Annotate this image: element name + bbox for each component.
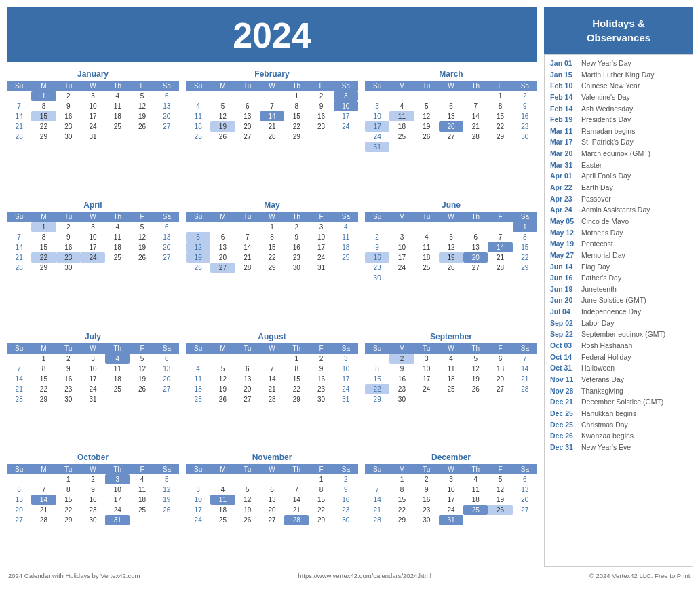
month-june: June SuMTuWThFSa 1 234567 (365, 200, 537, 324)
holiday-item: May 19Pentecost (550, 240, 687, 249)
holiday-item: Apr 22Earth Day (550, 183, 687, 193)
holiday-date: Nov 28 (550, 387, 579, 396)
holiday-name: December Solstice (GMT) (581, 398, 663, 407)
holiday-name: Ash Wednesday (581, 104, 633, 114)
footer: 2024 Calendar with Holidays by Vertex42.… (7, 569, 693, 582)
month-april: April SuMTuWThFSa 1 2345 6 (7, 200, 179, 324)
holiday-date: Jan 15 (550, 71, 579, 80)
top-section: 2024 January SuMTuWThFSa 1 2345 (7, 7, 693, 567)
holiday-date: Apr 01 (550, 172, 579, 181)
month-title-april: April (7, 200, 179, 210)
holiday-date: Mar 11 (550, 127, 579, 136)
holiday-date: Oct 14 (550, 353, 579, 362)
month-title-may: May (186, 200, 358, 210)
holiday-date: May 12 (550, 229, 579, 238)
holiday-item: Apr 24Admin Assistants Day (550, 206, 687, 215)
month-title-march: March (365, 69, 537, 79)
holiday-date: Jun 14 (550, 263, 579, 272)
holiday-name: Memorial Day (581, 251, 625, 261)
holiday-item: Apr 01April Fool's Day (550, 172, 687, 181)
holiday-date: Dec 25 (550, 409, 579, 419)
holiday-name: Kwanzaa begins (581, 432, 634, 441)
month-july: July SuMTuWThFSa 123 4 5 6 (7, 332, 179, 446)
holiday-item: Feb 10Chinese New Year (550, 81, 687, 91)
holiday-name: Hanukkah begins (581, 409, 636, 419)
holiday-item: Feb 19President's Day (550, 115, 687, 125)
holiday-item: Jun 16Father's Day (550, 273, 687, 283)
month-title-september: September (365, 332, 537, 341)
month-october: October SuMTuWThFSa 12 3 4 5 (7, 453, 179, 567)
holiday-date: Dec 31 (550, 443, 579, 453)
holiday-item: Dec 26Kwanzaa begins (550, 432, 687, 441)
holiday-name: Valentine's Day (581, 93, 630, 102)
holiday-date: Dec 25 (550, 421, 579, 430)
footer-copyright: © 2024 Vertex42 LLC. Free to Print. (589, 572, 692, 580)
holiday-name: Chinese New Year (581, 81, 640, 91)
holiday-name: Ramadan begins (581, 127, 635, 136)
holiday-name: Pentecost (581, 240, 613, 249)
holiday-date: Apr 23 (550, 195, 579, 204)
holiday-name: Labor Day (581, 319, 614, 328)
holiday-date: Feb 14 (550, 104, 579, 114)
holiday-name: September equinox (GMT) (581, 330, 665, 339)
holiday-item: Dec 21December Solstice (GMT) (550, 398, 687, 407)
holiday-item: Dec 25Christmas Day (550, 421, 687, 430)
holiday-name: New Year's Eve (581, 443, 631, 453)
holiday-item: May 12Mother's Day (550, 229, 687, 238)
month-title-february: February (186, 69, 358, 79)
holiday-name: Federal Holiday (581, 353, 631, 362)
holiday-item: Jul 04Independence Day (550, 307, 687, 317)
holiday-name: President's Day (581, 115, 631, 125)
holiday-date: Mar 17 (550, 138, 579, 147)
holiday-date: Jun 16 (550, 273, 579, 283)
holiday-date: Apr 24 (550, 206, 579, 215)
holiday-date: Oct 03 (550, 341, 579, 351)
holiday-name: Father's Day (581, 273, 621, 283)
holiday-item: Oct 31Halloween (550, 364, 687, 373)
month-august: August SuMTuWThFSa 12 3 456789 (186, 332, 358, 446)
holiday-name: Christmas Day (581, 421, 628, 430)
holiday-name: Halloween (581, 364, 615, 373)
holiday-date: Feb 19 (550, 115, 579, 125)
holiday-date: Feb 10 (550, 81, 579, 91)
holiday-name: Independence Day (581, 307, 641, 317)
holiday-item: Apr 23Passover (550, 195, 687, 204)
holiday-name: Passover (581, 195, 611, 204)
holiday-date: May 05 (550, 217, 579, 227)
month-february: February SuMTuWThFSa 12 3 456789 (186, 69, 358, 193)
holidays-panel: Holidays &Observances Jan 01New Year's D… (544, 7, 693, 567)
holiday-item: Oct 14Federal Holiday (550, 353, 687, 362)
month-march: March SuMTuWThFSa 1 2 345678 (365, 69, 537, 193)
month-title-june: June (365, 200, 537, 210)
year-header: 2024 (7, 7, 537, 62)
holiday-item: Dec 25Hanukkah begins (550, 409, 687, 419)
month-november: November SuMTuWThFSa 1 2 345678 (186, 453, 358, 567)
holiday-name: Admin Assistants Day (581, 206, 650, 215)
holiday-item: Mar 20March equinox (GMT) (550, 149, 687, 159)
calendar-section: 2024 January SuMTuWThFSa 1 2345 (7, 7, 537, 567)
holiday-date: May 27 (550, 251, 579, 261)
holiday-date: Jun 20 (550, 296, 579, 305)
holiday-date: Apr 22 (550, 183, 579, 193)
month-title-november: November (186, 453, 358, 462)
month-title-october: October (7, 453, 179, 462)
holiday-item: Jan 15Martin Luther King Day (550, 71, 687, 80)
holiday-item: Sep 02Labor Day (550, 319, 687, 328)
footer-left: 2024 Calendar with Holidays by Vertex42.… (8, 572, 140, 580)
holiday-date: Nov 11 (550, 375, 579, 385)
holiday-item: Jan 01New Year's Day (550, 59, 687, 69)
holiday-item: May 27Memorial Day (550, 251, 687, 261)
holiday-item: Feb 14Valentine's Day (550, 93, 687, 102)
holiday-date: Sep 22 (550, 330, 579, 339)
holiday-date: Dec 26 (550, 432, 579, 441)
holiday-item: Nov 28Thanksgiving (550, 387, 687, 396)
holiday-name: Rosh Hashanah (581, 341, 632, 351)
holiday-name: Mother's Day (581, 229, 623, 238)
month-title-january: January (7, 69, 179, 79)
month-december: December SuMTuWThFSa 12345 6 789101112 (365, 453, 537, 567)
holiday-item: Sep 22September equinox (GMT) (550, 330, 687, 339)
holiday-name: Thanksgiving (581, 387, 623, 396)
holiday-name: St. Patrick's Day (581, 138, 634, 147)
month-title-december: December (365, 453, 537, 462)
month-title-august: August (186, 332, 358, 341)
